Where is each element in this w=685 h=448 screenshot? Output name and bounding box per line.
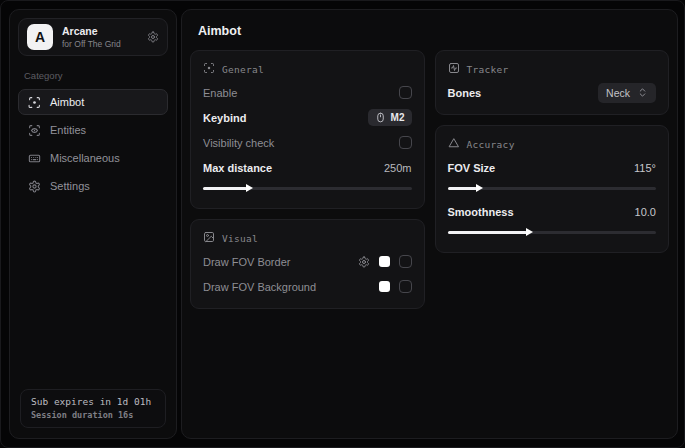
smoothness-slider[interactable]	[448, 227, 657, 238]
app-logo-card: A Arcane for Off The Grid	[18, 18, 168, 56]
sidebar: A Arcane for Off The Grid Category Aimbo…	[9, 9, 177, 439]
scan-eye-icon	[28, 124, 41, 137]
sidebar-nav: Aimbot Entities Miscellaneous Settings	[18, 89, 168, 199]
card-title: General	[222, 64, 264, 75]
draw-fov-border-checkbox[interactable]	[399, 255, 412, 268]
keyboard-icon	[28, 152, 41, 165]
draw-fov-border-row: Draw FOV Border	[203, 251, 412, 272]
slider-fill[interactable]	[203, 187, 247, 190]
smoothness-value: 10.0	[635, 206, 656, 218]
card-columns: General Enable Keybind	[182, 50, 677, 309]
session-info-box: Sub expires in 1d 01h Session duration 1…	[20, 389, 166, 428]
right-column: Tracker Bones Neck	[435, 50, 670, 309]
visual-card-header: Visual	[203, 231, 412, 245]
page-title: Aimbot	[182, 10, 677, 50]
card-title: Tracker	[467, 64, 509, 75]
enable-row: Enable	[203, 82, 412, 103]
app-identity: Arcane for Off The Grid	[62, 25, 121, 49]
max-distance-value: 250m	[384, 162, 412, 174]
chevrons-up-down-icon	[637, 87, 648, 98]
sidebar-item-label: Aimbot	[50, 96, 84, 108]
session-duration-text: Session duration 16s	[31, 410, 155, 420]
bones-row: Bones Neck	[448, 82, 657, 103]
fov-border-color-swatch[interactable]	[379, 256, 390, 267]
left-column: General Enable Keybind	[190, 50, 425, 309]
fov-size-value: 115°	[634, 162, 656, 174]
slider-fill[interactable]	[448, 187, 477, 190]
sidebar-item-miscellaneous[interactable]: Miscellaneous	[18, 145, 168, 171]
draw-fov-background-label: Draw FOV Background	[203, 281, 316, 293]
smoothness-row: Smoothness 10.0	[448, 201, 657, 222]
draw-fov-background-checkbox[interactable]	[399, 280, 412, 293]
card-title: Accuracy	[467, 139, 515, 150]
visibility-check-label: Visibility check	[203, 137, 274, 149]
triangle-icon	[448, 137, 460, 151]
sidebar-item-aimbot[interactable]: Aimbot	[18, 89, 168, 115]
accuracy-card-header: Accuracy	[448, 137, 657, 151]
tracker-card: Tracker Bones Neck	[435, 50, 670, 115]
general-card: General Enable Keybind	[190, 50, 425, 209]
sidebar-item-entities[interactable]: Entities	[18, 117, 168, 143]
keybind-button[interactable]: M2	[368, 109, 412, 126]
app-name: Arcane	[62, 25, 121, 37]
app-tagline: for Off The Grid	[62, 39, 121, 49]
draw-fov-border-label: Draw FOV Border	[203, 256, 290, 268]
sub-expiry-text: Sub expires in 1d 01h	[31, 396, 155, 407]
tracker-card-header: Tracker	[448, 62, 657, 76]
card-title: Visual	[222, 233, 258, 244]
fov-size-row: FOV Size 115°	[448, 157, 657, 178]
accuracy-card: Accuracy FOV Size 115° Smoothness	[435, 125, 670, 253]
activity-icon	[448, 62, 460, 76]
keybind-row: Keybind M2	[203, 107, 412, 128]
crosshair-scan-icon	[28, 96, 41, 109]
fov-size-slider[interactable]	[448, 183, 657, 194]
fov-size-label: FOV Size	[448, 162, 496, 174]
draw-fov-background-row: Draw FOV Background	[203, 276, 412, 297]
bones-select[interactable]: Neck	[598, 83, 656, 103]
sidebar-item-label: Settings	[50, 180, 90, 192]
bones-label: Bones	[448, 87, 482, 99]
image-icon	[203, 231, 215, 245]
main-panel: Aimbot General Enable	[181, 9, 678, 439]
crosshair-scan-icon	[203, 62, 215, 76]
gear-icon[interactable]	[358, 256, 370, 268]
slider-fill[interactable]	[448, 231, 527, 234]
app-logo: A	[27, 24, 53, 50]
gear-icon	[28, 180, 41, 193]
gear-icon[interactable]	[147, 31, 159, 43]
mouse-icon	[375, 112, 386, 123]
sidebar-item-label: Entities	[50, 124, 86, 136]
sidebar-item-label: Miscellaneous	[50, 152, 120, 164]
general-card-header: General	[203, 62, 412, 76]
keybind-value: M2	[391, 112, 405, 123]
keybind-label: Keybind	[203, 112, 246, 124]
sidebar-item-settings[interactable]: Settings	[18, 173, 168, 199]
app-window: A Arcane for Off The Grid Category Aimbo…	[0, 0, 685, 448]
enable-checkbox[interactable]	[399, 86, 412, 99]
category-label: Category	[24, 70, 162, 81]
enable-label: Enable	[203, 87, 237, 99]
bones-value: Neck	[606, 87, 630, 99]
visual-card: Visual Draw FOV Border	[190, 219, 425, 309]
fov-background-color-swatch[interactable]	[379, 281, 390, 292]
visibility-check-checkbox[interactable]	[399, 136, 412, 149]
max-distance-label: Max distance	[203, 162, 272, 174]
max-distance-slider[interactable]	[203, 183, 412, 194]
smoothness-label: Smoothness	[448, 206, 514, 218]
max-distance-row: Max distance 250m	[203, 157, 412, 178]
visibility-check-row: Visibility check	[203, 132, 412, 153]
